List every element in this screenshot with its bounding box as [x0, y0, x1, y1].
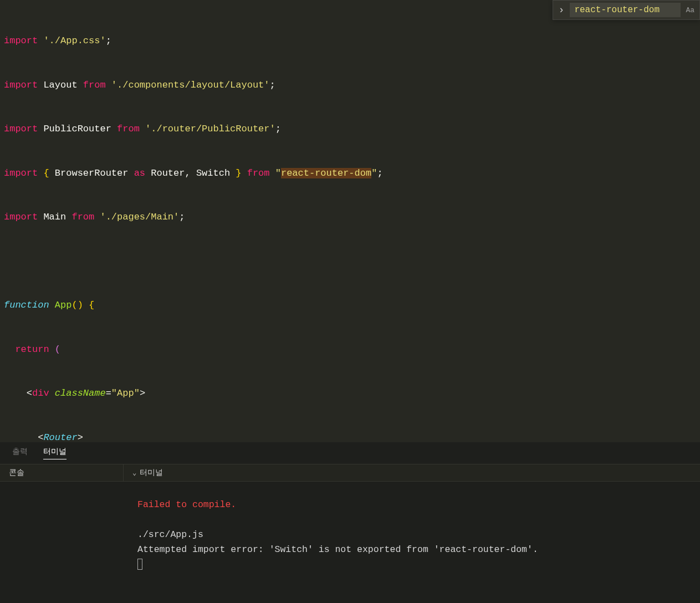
terminal-error-message: Attempted import error: 'Switch' is not … — [137, 544, 538, 555]
keyword: import — [4, 35, 38, 46]
punct: ; — [106, 35, 111, 46]
find-input[interactable] — [570, 3, 681, 17]
punct: = — [106, 388, 111, 398]
keyword: from — [247, 168, 270, 178]
code-line[interactable]: import './App.css'; — [0, 34, 700, 49]
code-line[interactable]: import Layout from './components/layout/… — [0, 78, 700, 93]
panel-tabs: 출력 터미널 — [0, 442, 700, 464]
identifier: Switch — [196, 168, 230, 178]
punct: ; — [275, 124, 281, 134]
attribute: className — [55, 388, 106, 398]
code-line[interactable]: import PublicRouter from './router/Publi… — [0, 122, 700, 137]
code-line[interactable]: return ( — [0, 343, 700, 357]
paren: () — [71, 300, 83, 310]
panel-section-label: 터미널 — [140, 468, 163, 478]
code-line[interactable]: <div className="App"> — [0, 386, 700, 401]
punct: , — [185, 168, 190, 178]
tab-output[interactable]: 출력 — [12, 447, 28, 459]
terminal-output[interactable]: Failed to compile. ./src/App.js Attempte… — [0, 482, 700, 572]
string: './App.css' — [43, 35, 105, 46]
identifier: Layout — [43, 80, 77, 90]
brace: } — [236, 168, 241, 178]
keyword: import — [4, 80, 38, 90]
identifier: PublicRouter — [43, 124, 111, 134]
find-widget: › Aa — [553, 0, 700, 20]
keyword: from — [71, 212, 94, 222]
component: Router — [43, 432, 77, 443]
keyword: import — [4, 124, 38, 134]
brace: { — [89, 300, 94, 310]
paren: ( — [55, 344, 60, 355]
angle: < — [27, 388, 32, 398]
angle: > — [140, 388, 145, 398]
identifier: BrowserRouter — [55, 168, 129, 178]
string: "App" — [111, 388, 140, 398]
function-name: App — [55, 300, 72, 310]
keyword: from — [117, 124, 140, 134]
panel-sub-terminal[interactable]: ⌄ 터미널 — [124, 464, 172, 481]
code-line[interactable]: import { BrowserRouter as Router, Switch… — [0, 166, 700, 181]
identifier: Main — [43, 212, 66, 222]
code-line[interactable] — [0, 254, 700, 269]
search-highlight: react-router-dom — [281, 168, 371, 178]
code-line[interactable]: import Main from './pages/Main'; — [0, 210, 700, 225]
identifier: Router — [151, 168, 185, 178]
chevron-down-icon: ⌄ — [132, 469, 136, 477]
html-tag: div — [32, 388, 49, 398]
terminal-error-title: Failed to compile. — [137, 499, 236, 510]
string: " — [371, 168, 377, 178]
find-match-case-button[interactable]: Aa — [684, 5, 696, 16]
punct: ; — [270, 80, 275, 90]
panel-subbar: 콘솔 ⌄ 터미널 — [0, 464, 700, 482]
keyword: import — [4, 168, 38, 178]
keyword: as — [134, 168, 145, 178]
punct: ; — [377, 168, 382, 178]
keyword: function — [4, 300, 49, 310]
punct: ; — [179, 212, 185, 222]
string: './router/PublicRouter' — [145, 124, 275, 134]
panel-sub-left[interactable]: 콘솔 — [0, 464, 124, 481]
keyword: import — [4, 212, 38, 222]
code-line[interactable]: function App() { — [0, 298, 700, 313]
angle: < — [38, 432, 43, 443]
angle: > — [78, 432, 83, 443]
terminal-file-path: ./src/App.js — [137, 529, 203, 540]
find-toggle-replace-icon[interactable]: › — [556, 3, 567, 17]
terminal-cursor — [137, 559, 142, 570]
tab-terminal[interactable]: 터미널 — [43, 447, 67, 459]
brace: { — [43, 168, 49, 178]
keyword: return — [15, 344, 49, 355]
string: './pages/Main' — [100, 212, 179, 222]
string: " — [275, 168, 281, 178]
string: './components/layout/Layout' — [111, 80, 270, 90]
keyword: from — [83, 80, 106, 90]
bottom-panel: 출력 터미널 콘솔 ⌄ 터미널 Failed to compile. ./src… — [0, 442, 700, 603]
